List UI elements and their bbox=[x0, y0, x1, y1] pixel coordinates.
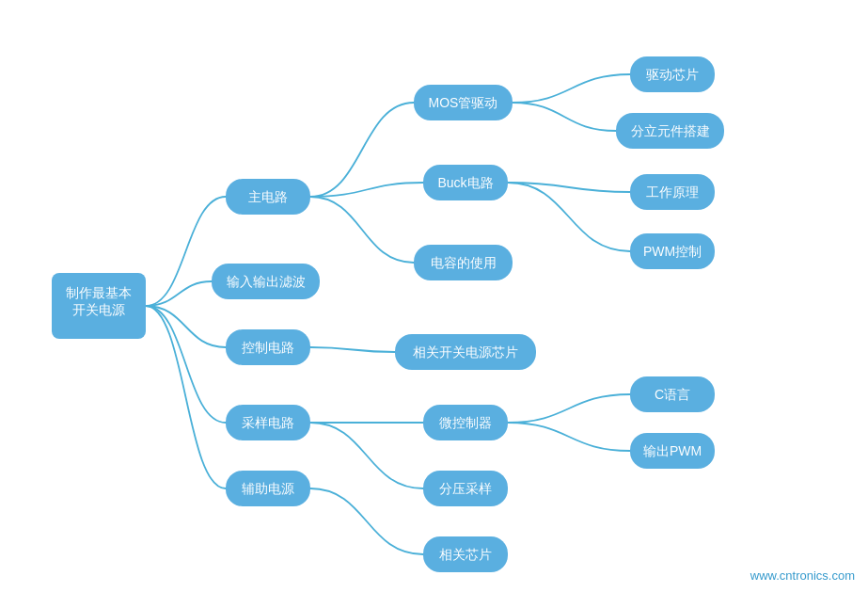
mindmap-container: 制作最基本开关电源主电路输入输出滤波控制电路采样电路辅助电源MOS管驱动Buck… bbox=[0, 0, 868, 592]
svg-text:PWM控制: PWM控制 bbox=[643, 244, 702, 259]
svg-text:相关开关电源芯片: 相关开关电源芯片 bbox=[413, 344, 518, 360]
svg-text:电容的使用: 电容的使用 bbox=[431, 255, 497, 270]
svg-text:MOS管驱动: MOS管驱动 bbox=[429, 95, 498, 110]
svg-text:相关芯片: 相关芯片 bbox=[439, 547, 492, 562]
watermark: www.cntronics.com bbox=[750, 568, 855, 583]
svg-text:输入输出滤波: 输入输出滤波 bbox=[227, 274, 306, 289]
svg-text:开关电源: 开关电源 bbox=[72, 302, 125, 317]
svg-text:辅助电源: 辅助电源 bbox=[242, 481, 294, 496]
svg-text:工作原理: 工作原理 bbox=[646, 184, 699, 200]
svg-text:主电路: 主电路 bbox=[248, 189, 288, 204]
svg-text:C语言: C语言 bbox=[655, 387, 690, 402]
mindmap-svg: 制作最基本开关电源主电路输入输出滤波控制电路采样电路辅助电源MOS管驱动Buck… bbox=[0, 0, 868, 592]
svg-text:分压采样: 分压采样 bbox=[439, 481, 492, 496]
svg-text:采样电路: 采样电路 bbox=[242, 415, 294, 430]
svg-text:制作最基本: 制作最基本 bbox=[66, 285, 132, 300]
svg-text:驱动芯片: 驱动芯片 bbox=[646, 67, 699, 82]
svg-text:分立元件搭建: 分立元件搭建 bbox=[631, 123, 710, 138]
svg-text:输出PWM: 输出PWM bbox=[643, 443, 702, 458]
svg-text:控制电路: 控制电路 bbox=[242, 340, 294, 355]
svg-text:Buck电路: Buck电路 bbox=[437, 175, 493, 190]
svg-text:微控制器: 微控制器 bbox=[439, 415, 492, 430]
